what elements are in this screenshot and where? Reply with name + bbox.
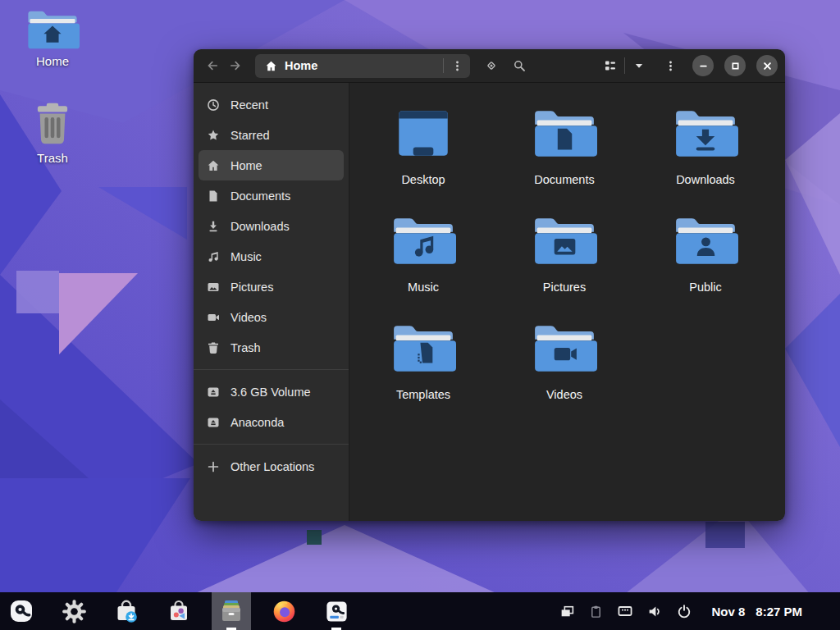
search-button[interactable] [508,54,531,77]
sidebar-item-starred[interactable]: Starred [199,120,344,150]
folder-label: Templates [396,388,450,401]
sidebar-item-home[interactable]: Home [199,150,344,180]
desktop-icon-label: Home [36,54,69,68]
sidebar-item-label: 3.6 GB Volume [231,386,311,399]
sidebar-item-label: Documents [231,189,290,203]
music-icon [207,250,220,263]
trash-full-icon [29,101,76,148]
folder-icon [673,215,738,271]
network-wired-icon[interactable] [617,603,633,619]
windows-icon[interactable] [559,604,575,619]
settings-gear-icon [62,599,87,624]
back-button[interactable] [201,54,224,77]
folder-label: Documents [534,173,594,186]
desktop-icon-home[interactable]: Home [25,8,80,68]
drive-icon [207,416,220,429]
sidebar-item-label: Starred [231,129,270,142]
folder-pictures[interactable]: Pictures [494,215,635,322]
desktop-icons: HomeTrash [7,8,98,165]
folder-icon [390,322,456,378]
sidebar-item-anaconda[interactable]: Anaconda [199,407,344,437]
taskbar-app-files[interactable] [212,592,251,630]
sidebar-item-label: Recent [231,98,268,112]
file-grid: DesktopDocumentsDownloadsMusicPicturesPu… [349,83,785,521]
taskbar-app-install-to-hard-drive[interactable] [2,592,41,630]
taskbar-app-software-updates[interactable] [107,592,146,630]
folder-icon [532,215,597,271]
maximize-button[interactable] [724,55,746,76]
sidebar-item-music[interactable]: Music [199,241,344,272]
headerbar: Home [194,49,785,83]
path-menu-button[interactable] [444,54,470,78]
anaconda-installer-icon [8,598,34,624]
desktop-icon-trash[interactable]: Trash [29,101,76,165]
videos-icon [207,311,220,324]
folder-videos[interactable]: Videos [494,322,635,430]
clock-date: Nov 8 [711,605,745,619]
sidebar-item-other-locations[interactable]: Other Locations [199,451,344,482]
sidebar: RecentStarredHomeDocumentsDownloadsMusic… [194,83,349,521]
view-options-button[interactable] [628,54,651,77]
folder-icon [532,322,597,378]
clock[interactable]: Nov 8 8:27 PM [711,605,802,619]
taskbar-app-firefox[interactable] [264,592,304,630]
clipboard-icon[interactable] [589,605,603,619]
sidebar-item-downloads[interactable]: Downloads [199,211,344,241]
sidebar-item-label: Downloads [231,220,290,233]
taskbar-app-settings[interactable] [54,592,94,630]
view-toggle-group [599,54,651,77]
folder-label: Downloads [676,173,735,186]
clock-time: 8:27 PM [756,605,802,619]
trash-icon [207,341,220,354]
folder-label: Public [689,281,722,294]
sidebar-item-3-6-gb-volume[interactable]: 3.6 GB Volume [199,377,344,407]
sidebar-item-label: Anaconda [231,416,284,429]
folder-templates[interactable]: Templates [353,322,494,430]
documents-icon [207,189,220,203]
folder-label: Pictures [543,281,586,294]
power-icon[interactable] [677,604,692,619]
sidebar-item-recent[interactable]: Recent [199,89,344,120]
sidebar-item-label: Pictures [231,281,273,294]
close-button[interactable] [756,55,778,76]
desktop-icon-label: Trash [37,151,68,165]
files-window: Home RecentStarredHomeDocumentsDownloads… [194,49,785,521]
taskbar: Nov 8 8:27 PM [0,592,840,630]
taskbar-app-anaconda-installer-window[interactable] [317,592,356,630]
sidebar-item-trash[interactable]: Trash [199,332,344,363]
minimize-button[interactable] [692,55,714,76]
sidebar-item-pictures[interactable]: Pictures [199,272,344,302]
home-icon [207,159,220,172]
taskbar-apps [2,592,356,630]
system-tray [559,603,692,619]
folder-public[interactable]: Public [635,215,776,322]
folder-music[interactable]: Music [353,215,494,322]
folder-icon [532,107,597,163]
taskbar-app-software[interactable] [159,592,199,630]
folder-desktop[interactable]: Desktop [353,107,494,215]
sidebar-item-videos[interactable]: Videos [199,302,344,332]
recent-icon [207,98,220,112]
sidebar-item-label: Home [231,159,262,172]
path-bar[interactable]: Home [255,54,470,78]
folder-label: Desktop [401,173,445,186]
folder-downloads[interactable]: Downloads [635,107,776,215]
find-location-button[interactable] [480,54,503,77]
view-list-button[interactable] [599,54,622,77]
path-label: Home [285,59,317,72]
sidebar-item-documents[interactable]: Documents [199,180,344,211]
home-folder-icon [25,8,80,52]
folder-icon [673,107,738,163]
home-icon [265,60,277,72]
forward-button[interactable] [224,54,247,77]
window-menu-button[interactable] [659,54,682,77]
gnome-software-icon [166,598,192,624]
sidebar-item-label: Videos [231,311,267,324]
folder-icon [390,215,456,271]
sidebar-separator [194,369,349,370]
plus-icon [207,460,220,473]
folder-documents[interactable]: Documents [494,107,635,215]
folder-label: Videos [546,388,582,401]
drive-icon [207,386,220,399]
volume-icon[interactable] [647,604,663,619]
